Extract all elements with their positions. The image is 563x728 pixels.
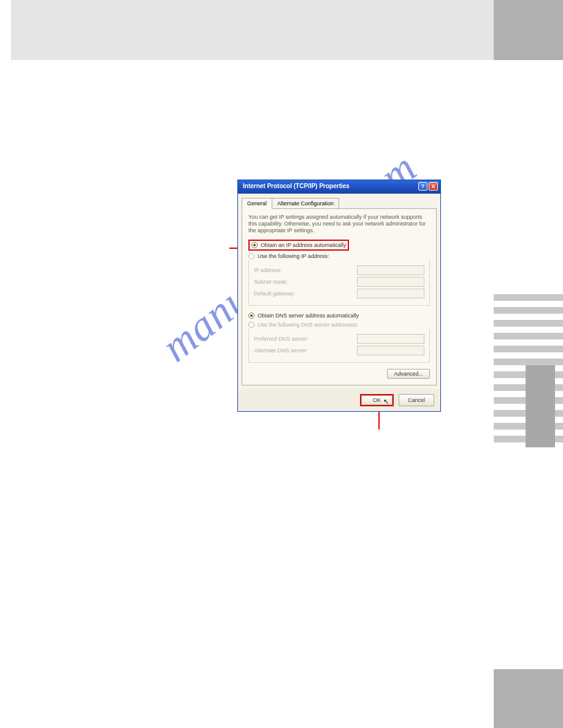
input-default-gateway bbox=[357, 289, 424, 298]
dialog-titlebar[interactable]: Internet Protocol (TCP/IP) Properties ? … bbox=[238, 180, 440, 194]
tab-content-general: You can get IP settings assigned automat… bbox=[242, 208, 437, 385]
label-ip-address: IP address: bbox=[254, 267, 282, 273]
input-ip-address bbox=[357, 265, 424, 275]
highlight-ok-button: OK ↖ bbox=[360, 394, 394, 406]
label-subnet-mask: Subnet mask: bbox=[254, 279, 288, 285]
sidebar-top-block bbox=[494, 0, 563, 60]
advanced-button[interactable]: Advanced... bbox=[387, 369, 430, 379]
cancel-button[interactable]: Cancel bbox=[399, 394, 434, 406]
input-subnet-mask bbox=[357, 277, 424, 287]
radio-dot-unchecked-icon bbox=[248, 322, 255, 328]
dialog-footer: OK ↖ Cancel bbox=[238, 389, 440, 411]
sidebar-page-tab bbox=[526, 365, 555, 447]
tab-alternate-configuration[interactable]: Alternate Configuration bbox=[272, 198, 339, 209]
radio-use-following-dns[interactable]: Use the following DNS server addresses: bbox=[248, 321, 430, 328]
radio-obtain-ip-auto[interactable]: Obtain an IP address automatically bbox=[251, 241, 346, 249]
input-alternate-dns bbox=[357, 346, 424, 355]
dns-fields-group: Preferred DNS server: Alternate DNS serv… bbox=[248, 328, 430, 363]
page-sidebar bbox=[494, 0, 563, 728]
radio-obtain-dns-auto[interactable]: Obtain DNS server address automatically bbox=[248, 312, 430, 319]
page-header-band bbox=[11, 0, 494, 60]
ip-fields-group: IP address: Subnet mask: Default gateway… bbox=[248, 260, 430, 306]
label-default-gateway: Default gateway: bbox=[254, 290, 295, 297]
radio-label-ip-manual: Use the following IP address: bbox=[258, 253, 329, 259]
tab-row: General Alternate Configuration bbox=[238, 194, 440, 208]
sidebar-bottom-block bbox=[494, 669, 563, 728]
tab-general[interactable]: General bbox=[242, 198, 272, 209]
highlight-obtain-ip-auto: Obtain an IP address automatically bbox=[248, 240, 349, 251]
radio-label-ip-auto: Obtain an IP address automatically bbox=[261, 242, 346, 248]
radio-label-dns-manual: Use the following DNS server addresses: bbox=[258, 322, 358, 328]
help-button[interactable]: ? bbox=[418, 182, 427, 191]
radio-dot-unchecked-icon bbox=[248, 253, 255, 259]
radio-use-following-ip[interactable]: Use the following IP address: bbox=[248, 252, 430, 260]
label-alternate-dns: Alternate DNS server: bbox=[254, 347, 308, 354]
input-preferred-dns bbox=[357, 334, 424, 344]
tcpip-properties-dialog: Internet Protocol (TCP/IP) Properties ? … bbox=[237, 180, 441, 412]
label-preferred-dns: Preferred DNS server: bbox=[254, 336, 308, 342]
radio-dot-checked-icon bbox=[251, 242, 258, 248]
cursor-icon: ↖ bbox=[383, 398, 389, 406]
radio-dot-checked-icon bbox=[248, 313, 255, 319]
radio-label-dns-auto: Obtain DNS server address automatically bbox=[258, 313, 359, 319]
dialog-title: Internet Protocol (TCP/IP) Properties bbox=[243, 183, 350, 189]
close-button[interactable]: X bbox=[429, 182, 438, 191]
description-text: You can get IP settings assigned automat… bbox=[248, 214, 430, 233]
